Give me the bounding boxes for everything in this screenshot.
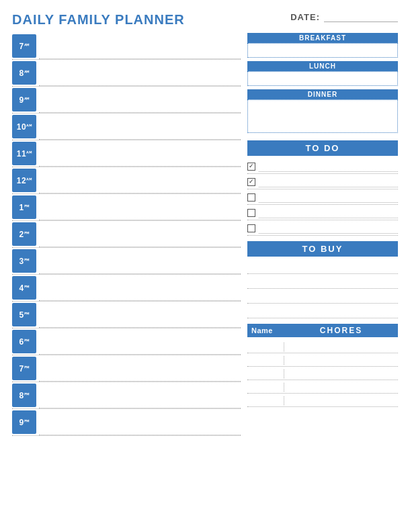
date-input-line[interactable] (324, 13, 398, 22)
chore-row-4[interactable] (247, 395, 398, 407)
chore-row-3[interactable] (247, 382, 398, 394)
time-slot-12am: 12ᴬᴹ (12, 167, 241, 194)
breakfast-header: BREAKFAST (247, 33, 398, 43)
chore-row-2[interactable] (247, 368, 398, 380)
right-column: BREAKFAST LUNCH DINNER TO DO (247, 33, 398, 525)
time-slot-content-3pm[interactable] (39, 248, 241, 274)
time-slot-1pm: 1ᴾᴹ (12, 194, 241, 221)
time-label-8am: 8ᴬᴹ (12, 61, 36, 85)
todo-checkbox-0[interactable] (247, 163, 255, 171)
todo-header: TO DO (247, 140, 398, 156)
time-label-6pm: 6ᴾᴹ (12, 330, 36, 353)
chore-row-0[interactable] (247, 341, 398, 353)
time-slot-content-2pm[interactable] (39, 221, 241, 247)
time-slot-6pm: 6ᴾᴹ (12, 328, 241, 355)
buy-item-3[interactable] (247, 305, 398, 318)
lunch-content[interactable] (247, 71, 398, 86)
time-label-9am: 9ᴬᴹ (12, 88, 36, 112)
chore-name-4[interactable] (247, 396, 284, 405)
todo-checkbox-1[interactable] (247, 178, 255, 186)
time-slot-content-6pm[interactable] (39, 328, 241, 355)
todo-checkbox-3[interactable] (247, 209, 255, 217)
todo-line-0[interactable] (259, 161, 398, 172)
time-slot-content-4pm[interactable] (39, 275, 241, 301)
tobuy-list (247, 261, 398, 318)
time-label-8pm: 8ᴾᴹ (12, 384, 36, 407)
time-slot-content-7pm[interactable] (39, 355, 241, 382)
time-slot-8pm: 8ᴾᴹ (12, 382, 241, 409)
time-label-1pm: 1ᴾᴹ (12, 195, 36, 219)
time-slot-content-9pm[interactable] (39, 409, 241, 435)
time-slot-4pm: 4ᴾᴹ (12, 275, 241, 302)
header: DAILY FAMILY PLANNER DATE: (12, 12, 398, 28)
todo-list (247, 160, 398, 236)
time-slot-2pm: 2ᴾᴹ (12, 221, 241, 248)
time-slot-8am: 8ᴬᴹ (12, 60, 241, 87)
chores-name-label: Name (251, 326, 288, 335)
todo-item-2[interactable] (247, 191, 398, 205)
todo-checkbox-2[interactable] (247, 193, 255, 202)
todo-item-3[interactable] (247, 206, 398, 220)
time-slot-content-5pm[interactable] (39, 302, 241, 328)
time-label-7am: 7ᴬᴹ (12, 34, 36, 58)
time-label-9pm: 9ᴾᴹ (12, 410, 36, 434)
time-slot-content-9am[interactable] (39, 87, 241, 113)
time-label-12am: 12ᴬᴹ (12, 169, 36, 192)
time-slot-11am: 11ᴬᴹ (12, 140, 241, 167)
time-slot-3pm: 3ᴾᴹ (12, 248, 241, 275)
time-slot-10am: 10ᴬᴹ (12, 114, 241, 140)
chore-name-1[interactable] (247, 356, 284, 365)
date-label: DATE: (290, 12, 320, 22)
time-label-7pm: 7ᴾᴹ (12, 357, 36, 380)
time-slot-5pm: 5ᴾᴹ (12, 302, 241, 328)
todo-item-1[interactable] (247, 175, 398, 189)
todo-line-1[interactable] (259, 177, 398, 187)
time-slot-content-12am[interactable] (39, 167, 241, 193)
time-label-11am: 11ᴬᴹ (12, 142, 36, 165)
todo-checkbox-4[interactable] (247, 224, 255, 232)
dinner-block: DINNER (247, 89, 398, 133)
chore-task-1[interactable] (284, 356, 398, 365)
page-title: DAILY FAMILY PLANNER (12, 12, 185, 28)
buy-item-1[interactable] (247, 275, 398, 289)
time-slot-content-8am[interactable] (39, 60, 241, 86)
chore-name-2[interactable] (247, 369, 284, 378)
time-slot-7pm: 7ᴾᴹ (12, 355, 241, 382)
chore-task-4[interactable] (284, 396, 398, 405)
breakfast-content[interactable] (247, 43, 398, 58)
lunch-header: LUNCH (247, 61, 398, 71)
time-label-4pm: 4ᴾᴹ (12, 276, 36, 300)
time-label-10am: 10ᴬᴹ (12, 115, 36, 138)
chore-name-3[interactable] (247, 383, 284, 392)
todo-line-4[interactable] (259, 223, 398, 234)
time-slot-content-10am[interactable] (39, 114, 241, 140)
chore-task-2[interactable] (284, 369, 398, 378)
tobuy-header: TO BUY (247, 241, 398, 257)
daily-planner-page: DAILY FAMILY PLANNER DATE: 7ᴬᴹ 8ᴬᴹ 9ᴬᴹ 1… (0, 0, 410, 532)
todo-line-3[interactable] (259, 208, 398, 218)
time-slot-content-7am[interactable] (39, 33, 241, 59)
chores-title: CHORES (288, 326, 394, 335)
dinner-content[interactable] (247, 99, 398, 133)
time-slot-9pm: 9ᴾᴹ (12, 409, 241, 436)
date-area: DATE: (290, 12, 398, 22)
chore-task-3[interactable] (284, 383, 398, 392)
todo-line-2[interactable] (259, 192, 398, 203)
buy-item-2[interactable] (247, 290, 398, 304)
todo-item-0[interactable] (247, 160, 398, 174)
time-slot-content-1pm[interactable] (39, 194, 241, 220)
chore-task-0[interactable] (284, 343, 398, 351)
time-slot-7am: 7ᴬᴹ (12, 33, 241, 60)
time-label-2pm: 2ᴾᴹ (12, 222, 36, 246)
time-slot-content-8pm[interactable] (39, 382, 241, 408)
todo-item-4[interactable] (247, 222, 398, 236)
dinner-header: DINNER (247, 89, 398, 99)
buy-item-0[interactable] (247, 261, 398, 274)
meals-section: BREAKFAST LUNCH DINNER (247, 33, 398, 135)
main-content: 7ᴬᴹ 8ᴬᴹ 9ᴬᴹ 10ᴬᴹ 11ᴬᴹ 12ᴬᴹ 1ᴾᴹ 2 (12, 33, 398, 525)
schedule-column: 7ᴬᴹ 8ᴬᴹ 9ᴬᴹ 10ᴬᴹ 11ᴬᴹ 12ᴬᴹ 1ᴾᴹ 2 (12, 33, 241, 525)
chore-row-1[interactable] (247, 355, 398, 367)
chore-name-0[interactable] (247, 343, 284, 351)
time-slot-content-11am[interactable] (39, 140, 241, 167)
lunch-block: LUNCH (247, 61, 398, 86)
